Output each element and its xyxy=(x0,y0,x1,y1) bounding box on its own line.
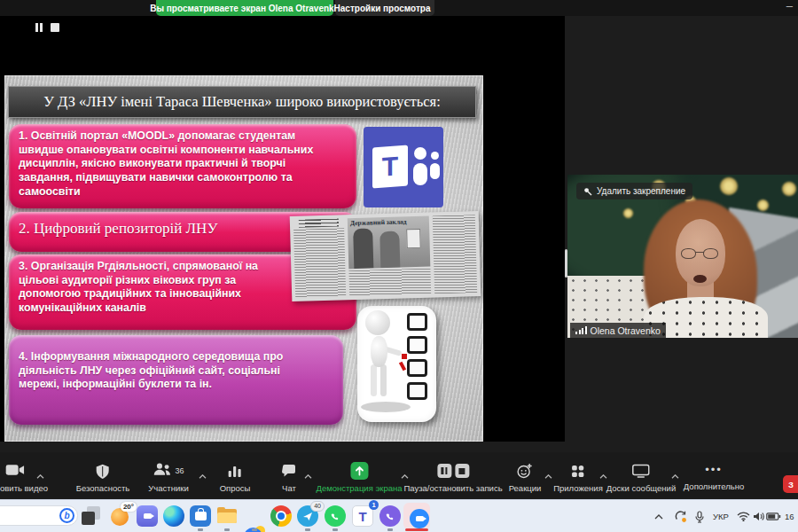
unpin-button[interactable]: Удалить закрепление xyxy=(576,183,692,200)
whiteboards-chevron-icon[interactable] xyxy=(671,466,679,482)
figure-leg xyxy=(371,364,377,396)
end-meeting-button[interactable]: З xyxy=(783,475,798,493)
apps-button[interactable]: Приложения xyxy=(553,462,603,493)
bing-icon: b xyxy=(59,508,74,523)
newspaper-subhead xyxy=(299,218,339,227)
participants-chevron-icon[interactable] xyxy=(199,466,207,482)
running-app-indicator xyxy=(305,528,310,531)
screen-share-label: Демонстрация экрана xyxy=(316,483,402,493)
slide-item-1: 1. Освітній портал «MOODL» допомагає сту… xyxy=(9,124,356,208)
stop-recording-icon xyxy=(455,464,469,478)
screen-share-button[interactable]: Демонстрация экрана xyxy=(316,462,402,493)
microsoft-store-icon[interactable] xyxy=(190,505,211,527)
checkbox-3 xyxy=(407,359,427,377)
checklist-figure-card xyxy=(357,306,436,422)
participants-button[interactable]: 36 Участники xyxy=(148,462,188,493)
tray-chevron-icon[interactable] xyxy=(654,500,663,532)
pin-icon xyxy=(583,187,592,196)
slide-item-4: 4. Інформування міжнародного середовища … xyxy=(9,335,343,425)
security-label: Безопасность xyxy=(76,483,130,493)
polls-label: Опросы xyxy=(220,483,251,493)
newspaper-column-right xyxy=(433,215,477,293)
checkbox-2 xyxy=(407,336,427,354)
wifi-icon[interactable] xyxy=(737,500,750,532)
participants-count: 36 xyxy=(175,466,184,475)
video-camera-icon[interactable] xyxy=(5,464,25,480)
video-button-label[interactable]: овить видео xyxy=(0,483,48,493)
file-explorer-icon[interactable] xyxy=(216,505,238,527)
pause-stop-recording-button[interactable]: Пауза/остановить запись xyxy=(403,462,502,493)
more-button[interactable]: ••• Дополнительно xyxy=(684,462,744,491)
security-button[interactable]: Безопасность xyxy=(76,462,130,493)
newspaper-photo: Державний заклад xyxy=(348,216,431,270)
participant-name: Olena Otravenko xyxy=(591,325,661,336)
whiteboard-icon xyxy=(632,462,650,480)
pause-recording-icon xyxy=(437,464,451,478)
chat-label: Чат xyxy=(282,483,296,493)
painting-star xyxy=(782,182,796,196)
pause-icon[interactable] xyxy=(35,23,43,32)
minimize-icon[interactable]: – xyxy=(786,0,793,12)
shared-screen: У ДЗ «ЛНУ імені Тараса Шевченка» широко … xyxy=(0,16,565,442)
whiteboards-button[interactable]: Доски сообщений xyxy=(606,462,676,493)
chat-button[interactable]: Чат xyxy=(282,462,297,493)
teams-dot-small xyxy=(431,152,439,160)
participant-name-tag: Olena Otravenko xyxy=(570,323,666,338)
language-indicator[interactable]: УКР xyxy=(713,500,729,532)
search-input[interactable]: b xyxy=(0,505,78,526)
view-options-button[interactable]: Настройки просмотра xyxy=(335,0,434,16)
slide-title: У ДЗ «ЛНУ імені Тараса Шевченка» широко … xyxy=(8,86,476,118)
stop-icon[interactable] xyxy=(51,23,59,32)
viber-icon[interactable] xyxy=(379,505,401,527)
pause-stop-label: Пауза/остановить запись xyxy=(403,483,502,493)
newspaper-text-lines xyxy=(293,228,346,298)
zoom-app-icon[interactable] xyxy=(406,505,427,527)
battery-icon[interactable] xyxy=(766,500,781,532)
slide-item-1-text: 1. Освітній портал «MOODL» допомагає сту… xyxy=(9,124,356,204)
newspaper-person-silhouette xyxy=(379,231,400,269)
poll-icon xyxy=(228,462,242,480)
polls-button[interactable]: Опросы xyxy=(220,462,251,493)
video-chevron-icon[interactable] xyxy=(36,466,44,482)
participants-icon xyxy=(153,462,171,480)
participant-mouth xyxy=(693,275,707,283)
top-banner: Вы просматриваете экран Olena Otravenko … xyxy=(0,0,798,16)
teams-chat-icon[interactable] xyxy=(137,505,158,527)
task-view-icon[interactable] xyxy=(81,505,102,527)
sync-icon[interactable] xyxy=(674,500,687,532)
view-options-label: Настройки просмотра xyxy=(334,4,431,13)
reactions-label: Реакции xyxy=(509,483,542,493)
edge-icon[interactable] xyxy=(163,505,184,527)
red-mark xyxy=(402,354,407,359)
windows-taskbar: b 20° ? 40 T 1 xyxy=(0,499,798,532)
signal-bars-icon xyxy=(575,326,587,334)
red-pen-mark xyxy=(399,362,406,372)
weather-widget[interactable]: 20° xyxy=(110,505,131,527)
viewing-banner: Вы просматриваете экран Olena Otravenko xyxy=(156,0,333,16)
clock[interactable]: 16 xyxy=(785,500,794,532)
teams-bar-small xyxy=(430,163,440,179)
checkbox-1 xyxy=(407,313,427,331)
whatsapp-icon[interactable] xyxy=(325,505,346,527)
figure-shadow xyxy=(361,402,411,412)
painting-star xyxy=(757,200,769,211)
teams-app-icon[interactable]: T 1 xyxy=(352,505,373,527)
reactions-button[interactable]: Реакции xyxy=(509,462,542,493)
telegram-icon[interactable]: 40 xyxy=(297,505,318,527)
newspaper-headline: Державний заклад xyxy=(350,217,407,227)
screen-share-icon xyxy=(350,462,368,480)
chrome-icon[interactable] xyxy=(270,505,292,527)
reactions-chevron-icon[interactable] xyxy=(544,466,552,482)
chat-icon xyxy=(282,462,297,480)
speaker-icon[interactable] xyxy=(753,500,764,532)
more-icon: ••• xyxy=(705,462,723,478)
chat-chevron-icon[interactable] xyxy=(304,466,312,482)
running-app-indicator xyxy=(224,528,230,531)
figure-leg xyxy=(380,364,387,396)
participant-video[interactable]: Удалить закрепление Olena Otravenko xyxy=(567,175,798,338)
zoom-meeting-window: Вы просматриваете экран Olena Otravenko … xyxy=(0,0,798,532)
microphone-icon[interactable] xyxy=(695,500,704,532)
running-app-indicator xyxy=(332,528,338,531)
running-app-indicator xyxy=(198,528,203,531)
glasses-icon xyxy=(681,248,721,260)
